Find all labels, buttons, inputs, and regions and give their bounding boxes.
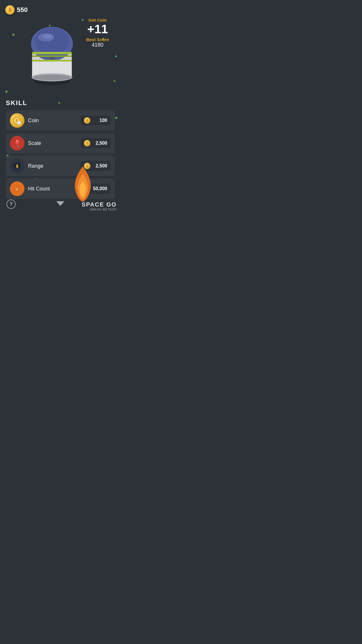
skill-rows: $ + Coin$100 Scale$2,500 Range$2,500 + H… xyxy=(6,110,115,199)
coin-count: 550 xyxy=(17,6,28,14)
svg-text:+: + xyxy=(18,122,20,124)
help-button[interactable]: ? xyxy=(6,200,16,209)
svg-rect-13 xyxy=(32,60,72,62)
score-area: Get Coin +11 Best Score 4180 xyxy=(86,18,109,48)
skill-cost-value: 2,500 xyxy=(92,141,107,146)
skill-cost-coin-icon: $ xyxy=(84,140,90,146)
branding-title: SPACE GO xyxy=(82,201,117,208)
skill-row-range[interactable]: Range$2,500 xyxy=(6,156,115,176)
skill-icon-scale xyxy=(10,136,24,150)
skill-cost-value: 100 xyxy=(92,118,107,123)
best-score-value: 4180 xyxy=(86,42,109,48)
get-coin-label: Get Coin xyxy=(86,18,109,22)
flame-decoration xyxy=(70,165,96,203)
arrow-down-icon xyxy=(56,201,64,206)
best-score-label: Best Score xyxy=(86,37,109,42)
skill-icon-range xyxy=(10,159,24,173)
get-coin-value: +11 xyxy=(86,22,109,36)
header: $ 550 xyxy=(5,5,28,15)
branding-sub: SMASH METAOR xyxy=(82,208,117,211)
spaceship-svg xyxy=(17,18,87,88)
svg-text:+: + xyxy=(16,188,18,191)
svg-point-15 xyxy=(33,75,71,80)
svg-point-27 xyxy=(17,167,18,168)
svg-rect-10 xyxy=(32,55,72,57)
svg-rect-11 xyxy=(50,57,54,60)
skill-row-hit-count[interactable]: + Hit Count$50,000 xyxy=(6,178,115,199)
header-coin-icon: $ xyxy=(5,5,15,15)
skill-section: SKILL $ + Coin$100 Scale$2,500 Range$2,5… xyxy=(0,99,121,207)
skill-cost-coin-icon: $ xyxy=(84,117,90,124)
spaceship xyxy=(17,18,87,88)
svg-point-22 xyxy=(16,140,18,142)
svg-point-8 xyxy=(42,34,53,39)
svg-point-6 xyxy=(34,28,69,54)
svg-point-24 xyxy=(17,146,19,148)
skill-row-scale[interactable]: Scale$2,500 xyxy=(6,133,115,153)
skill-cost-box: $2,500 xyxy=(80,138,111,148)
skill-name: Scale xyxy=(28,140,77,146)
skill-cost-box: $100 xyxy=(80,116,111,125)
skill-icon-hit: + xyxy=(10,181,24,196)
skill-icon-coin: $ + xyxy=(10,113,24,128)
svg-rect-9 xyxy=(32,52,72,54)
skill-name: Coin xyxy=(28,118,77,124)
help-label: ? xyxy=(10,201,13,207)
skill-row-coin[interactable]: $ + Coin$100 xyxy=(6,110,115,131)
branding: SPACE GO SMASH METAOR xyxy=(82,201,117,211)
skill-title: SKILL xyxy=(6,99,115,107)
